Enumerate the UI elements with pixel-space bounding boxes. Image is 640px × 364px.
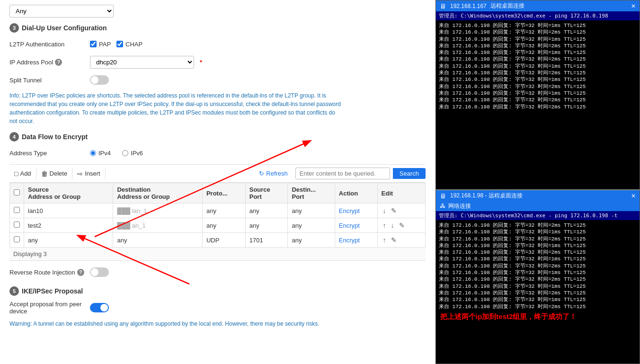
t1-line3: 来自 172.16.0.198 的回复: 字节=32 时间=1ms TTL=12…: [439, 36, 637, 43]
accept-proposal-controls: [90, 303, 426, 312]
top-row: Any: [9, 5, 426, 18]
pool-help-icon[interactable]: ?: [55, 59, 62, 66]
section5-title: IKE/IPSec Proposal: [22, 287, 83, 295]
l2tp-auth-controls: PAP CHAP: [90, 41, 426, 48]
row1-checkbox-cell: [10, 204, 24, 218]
reverse-route-toggle[interactable]: [90, 267, 109, 277]
reverse-route-help-icon[interactable]: ?: [77, 269, 84, 276]
row1-actions: ↓ ✎: [382, 206, 421, 215]
row3-up-btn[interactable]: ↑: [382, 236, 388, 244]
row2-down-btn[interactable]: ↓: [390, 221, 396, 230]
row2-source: test2: [24, 218, 113, 233]
header-destination: DestinationAddress or Group: [113, 183, 202, 204]
header-source-port: SourcePort: [245, 183, 288, 204]
ipv4-label: IPv4: [98, 150, 111, 157]
ipv6-radio[interactable]: [122, 150, 128, 156]
row3-edit-btn[interactable]: ✎: [390, 236, 398, 244]
refresh-icon: ↻: [259, 170, 264, 177]
terminal1-close[interactable]: ✕: [631, 3, 636, 9]
t1-line2: 来自 172.16.0.198 的回复: 字节=32 时间=2ms TTL=12…: [439, 29, 637, 36]
network-icon: 🖧: [440, 203, 445, 210]
ip-pool-row: IP Address Pool ? dhcp20 pool1 pool2 *: [9, 55, 426, 69]
terminal2-icon: 🖥: [440, 192, 446, 200]
t2-line12: 来自 172.16.0.198 的回复: 字节=32 时间=1ms TTL=12…: [439, 296, 637, 303]
select-all-checkbox[interactable]: [14, 189, 20, 195]
warning-text: Warning: A tunnel can be established usi…: [9, 320, 341, 328]
accept-proposal-row: Accept proposal from peer device: [9, 301, 426, 315]
row2-source-port: any: [245, 218, 288, 233]
section4-header: 4 Data Flow to Encrypt: [9, 132, 426, 142]
t1-line12: 来自 172.16.0.198 的回复: 字节=32 时间=2ms TTL=12…: [439, 97, 637, 103]
insert-button[interactable]: ⇨ Insert: [72, 168, 106, 179]
t2-line7: 来自 172.16.0.198 的回复: 字节=32 时间=2ms TTL=12…: [439, 263, 637, 269]
ipv4-radio[interactable]: [90, 150, 96, 156]
accept-proposal-label: Accept proposal from peer device: [9, 301, 90, 315]
row3-action: Encrypt: [335, 233, 377, 248]
ip-pool-controls: dhcp20 pool1 pool2 *: [90, 56, 426, 69]
t1-line13: 来自 172.16.0.198 的回复: 字节=32 时间=2ms TTL=12…: [439, 104, 637, 110]
t1-line8: 来自 172.16.0.198 的回复: 字节=32 时间=2ms TTL=12…: [439, 70, 637, 76]
ipv4-radio-item[interactable]: IPv4: [90, 150, 111, 157]
section4-title: Data Flow to Encrypt: [22, 133, 88, 141]
split-tunnel-slider: [90, 75, 109, 85]
address-type-row: Address Type IPv4 IPv6: [9, 146, 426, 160]
add-button[interactable]: □ Add: [9, 168, 36, 179]
terminal2-close[interactable]: ✕: [631, 193, 636, 199]
section3-title: Dial-Up User Configuration: [22, 24, 107, 32]
data-table-toolbar: □ Add 🗑 Delete ⇨ Insert ↻ Refresh Search: [9, 164, 426, 183]
pap-checkbox[interactable]: [90, 41, 97, 47]
split-tunnel-controls: [90, 75, 426, 85]
chap-checkbox-item[interactable]: CHAP: [116, 41, 142, 48]
row2-dest-port: any: [288, 218, 335, 233]
search-button[interactable]: Search: [393, 168, 426, 179]
header-checkbox-col: [10, 183, 24, 204]
row3-edit: ↑ ✎: [377, 233, 425, 248]
add-icon: □: [14, 170, 18, 178]
terminal1-icon: 🖥: [440, 2, 446, 10]
top-dropdown[interactable]: Any: [9, 5, 114, 18]
row3-checkbox[interactable]: [14, 236, 20, 242]
reverse-route-row: Reverse Route Injection ?: [9, 266, 426, 279]
refresh-button[interactable]: ↻ Refresh: [254, 168, 293, 179]
table-row: lan10 ███ lan_1 any any any Encrypt ↓ ✎: [10, 204, 426, 218]
row2-destination: ███ an_1: [113, 218, 202, 233]
row2-checkbox-cell: [10, 218, 24, 233]
split-tunnel-toggle[interactable]: [90, 75, 109, 85]
delete-button[interactable]: 🗑 Delete: [36, 168, 73, 179]
row2-actions: ↑ ↓ ✎: [382, 221, 421, 230]
refresh-label: Refresh: [266, 170, 288, 177]
chap-checkbox[interactable]: [116, 41, 123, 47]
split-tunnel-label: Split Tunnel: [9, 77, 90, 84]
data-flow-table: SourceAddress or Group DestinationAddres…: [9, 183, 426, 248]
row1-checkbox[interactable]: [14, 207, 20, 213]
row2-up-btn[interactable]: ↑: [382, 221, 388, 230]
terminal1-cmd: 管理员: C:\Windows\system32\cmd.exe - ping …: [436, 11, 640, 20]
insert-icon: ⇨: [77, 170, 83, 178]
insert-label: Insert: [85, 170, 100, 177]
row3-source: any: [24, 233, 113, 248]
table-row: test2 ███ an_1 any any any Encrypt ↑ ↓ ✎: [10, 218, 426, 233]
toolbar-right: ↻ Refresh Search: [254, 168, 426, 179]
required-indicator: *: [200, 59, 202, 66]
row1-proto: any: [202, 204, 245, 218]
row1-edit-btn[interactable]: ✎: [390, 206, 398, 215]
address-type-label: Address Type: [9, 150, 90, 157]
pool-select[interactable]: dhcp20 pool1 pool2: [90, 56, 194, 69]
section5-number: 5: [9, 286, 19, 296]
terminal1-subtitle: 远程桌面连接: [490, 2, 524, 10]
table-row: any any UDP 1701 any Encrypt ↑ ✎: [10, 233, 426, 248]
terminal2-body: 来自 172.16.0.198 的回复: 字节=32 时间=2ms TTL=12…: [436, 220, 640, 362]
t2-line4: 来自 172.16.0.198 的回复: 字节=32 时间=1ms TTL=12…: [439, 242, 637, 249]
t2-line11: 来自 172.16.0.198 的回复: 字节=32 时间=2ms TTL=12…: [439, 290, 637, 296]
displaying-count: Displaying 3: [9, 248, 426, 261]
search-input[interactable]: [295, 168, 390, 179]
t1-line10: 来自 172.16.0.198 的回复: 字节=32 时间=2ms TTL=12…: [439, 83, 637, 90]
ipv6-radio-item[interactable]: IPv6: [122, 150, 143, 157]
row2-action: Encrypt: [335, 218, 377, 233]
pap-checkbox-item[interactable]: PAP: [90, 41, 111, 48]
accept-proposal-toggle[interactable]: [90, 303, 109, 312]
t1-line11: 来自 172.16.0.198 的回复: 字节=32 时间=1ms TTL=12…: [439, 90, 637, 97]
row2-edit-btn[interactable]: ✎: [398, 221, 406, 230]
row1-down-btn[interactable]: ↓: [382, 206, 388, 215]
row2-checkbox[interactable]: [14, 222, 20, 228]
